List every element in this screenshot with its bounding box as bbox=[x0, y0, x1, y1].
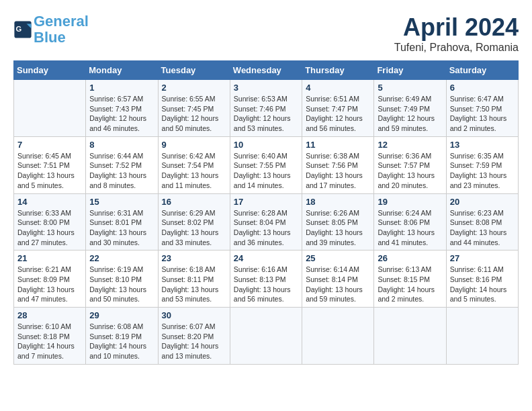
calendar-cell: 21Sunrise: 6:21 AMSunset: 8:09 PMDayligh… bbox=[14, 250, 86, 308]
calendar-cell: 15Sunrise: 6:31 AMSunset: 8:01 PMDayligh… bbox=[86, 193, 158, 250]
day-info: Sunrise: 6:26 AMSunset: 8:05 PMDaylight:… bbox=[306, 208, 370, 248]
calendar-cell bbox=[302, 308, 374, 365]
weekday-header-tuesday: Tuesday bbox=[158, 61, 230, 80]
day-number: 9 bbox=[162, 140, 226, 150]
day-number: 2 bbox=[162, 83, 226, 93]
day-number: 7 bbox=[17, 140, 82, 150]
calendar-cell: 11Sunrise: 6:38 AMSunset: 7:56 PMDayligh… bbox=[302, 136, 374, 193]
day-number: 25 bbox=[306, 253, 370, 263]
calendar-cell: 9Sunrise: 6:42 AMSunset: 7:54 PMDaylight… bbox=[158, 136, 230, 193]
day-info: Sunrise: 6:51 AMSunset: 7:47 PMDaylight:… bbox=[306, 94, 370, 134]
day-number: 10 bbox=[234, 140, 298, 150]
weekday-header-wednesday: Wednesday bbox=[230, 61, 302, 80]
calendar-cell: 13Sunrise: 6:35 AMSunset: 7:59 PMDayligh… bbox=[446, 136, 518, 193]
day-info: Sunrise: 6:31 AMSunset: 8:01 PMDaylight:… bbox=[89, 208, 154, 248]
logo-icon: G bbox=[13, 20, 32, 39]
calendar-week-2: 7Sunrise: 6:45 AMSunset: 7:51 PMDaylight… bbox=[14, 136, 519, 193]
day-number: 19 bbox=[378, 197, 442, 207]
calendar-week-1: 1Sunrise: 6:57 AMSunset: 7:43 PMDaylight… bbox=[14, 80, 519, 137]
day-number: 28 bbox=[17, 310, 82, 320]
calendar-header: SundayMondayTuesdayWednesdayThursdayFrid… bbox=[14, 61, 519, 80]
location-subtitle: Tufeni, Prahova, Romania bbox=[394, 42, 519, 54]
calendar-cell: 24Sunrise: 6:16 AMSunset: 8:13 PMDayligh… bbox=[230, 250, 302, 308]
day-info: Sunrise: 6:11 AMSunset: 8:16 PMDaylight:… bbox=[450, 265, 515, 304]
calendar-week-3: 14Sunrise: 6:33 AMSunset: 8:00 PMDayligh… bbox=[14, 193, 519, 250]
day-info: Sunrise: 6:08 AMSunset: 8:19 PMDaylight:… bbox=[89, 322, 154, 361]
day-number: 14 bbox=[17, 197, 82, 207]
day-info: Sunrise: 6:38 AMSunset: 7:56 PMDaylight:… bbox=[306, 151, 370, 191]
calendar-cell: 16Sunrise: 6:29 AMSunset: 8:02 PMDayligh… bbox=[158, 193, 230, 250]
calendar-cell: 2Sunrise: 6:55 AMSunset: 7:45 PMDaylight… bbox=[158, 80, 230, 137]
calendar-week-5: 28Sunrise: 6:10 AMSunset: 8:18 PMDayligh… bbox=[14, 308, 519, 365]
calendar-cell: 4Sunrise: 6:51 AMSunset: 7:47 PMDaylight… bbox=[302, 80, 374, 137]
calendar-cell: 26Sunrise: 6:13 AMSunset: 8:15 PMDayligh… bbox=[374, 250, 446, 308]
day-info: Sunrise: 6:24 AMSunset: 8:06 PMDaylight:… bbox=[378, 208, 442, 248]
day-number: 3 bbox=[234, 83, 298, 93]
day-info: Sunrise: 6:19 AMSunset: 8:10 PMDaylight:… bbox=[89, 265, 154, 304]
calendar-cell bbox=[230, 308, 302, 365]
calendar-cell: 3Sunrise: 6:53 AMSunset: 7:46 PMDaylight… bbox=[230, 80, 302, 137]
calendar-cell: 23Sunrise: 6:18 AMSunset: 8:11 PMDayligh… bbox=[158, 250, 230, 308]
day-number: 18 bbox=[306, 197, 370, 207]
day-number: 5 bbox=[378, 83, 442, 93]
day-number: 20 bbox=[450, 197, 515, 207]
day-info: Sunrise: 6:21 AMSunset: 8:09 PMDaylight:… bbox=[17, 265, 82, 304]
weekday-header-saturday: Saturday bbox=[446, 61, 518, 80]
calendar-cell: 30Sunrise: 6:07 AMSunset: 8:20 PMDayligh… bbox=[158, 308, 230, 365]
day-info: Sunrise: 6:29 AMSunset: 8:02 PMDaylight:… bbox=[162, 208, 226, 248]
calendar-cell: 27Sunrise: 6:11 AMSunset: 8:16 PMDayligh… bbox=[446, 250, 518, 308]
calendar-cell: 19Sunrise: 6:24 AMSunset: 8:06 PMDayligh… bbox=[374, 193, 446, 250]
day-number: 13 bbox=[450, 140, 515, 150]
calendar-cell: 25Sunrise: 6:14 AMSunset: 8:14 PMDayligh… bbox=[302, 250, 374, 308]
day-info: Sunrise: 6:44 AMSunset: 7:52 PMDaylight:… bbox=[89, 151, 154, 191]
logo: G GeneralBlue bbox=[13, 13, 89, 46]
day-info: Sunrise: 6:10 AMSunset: 8:18 PMDaylight:… bbox=[17, 322, 82, 361]
day-number: 12 bbox=[378, 140, 442, 150]
day-number: 24 bbox=[234, 253, 298, 263]
day-info: Sunrise: 6:36 AMSunset: 7:57 PMDaylight:… bbox=[378, 151, 442, 191]
calendar-cell: 20Sunrise: 6:23 AMSunset: 8:08 PMDayligh… bbox=[446, 193, 518, 250]
calendar-cell: 14Sunrise: 6:33 AMSunset: 8:00 PMDayligh… bbox=[14, 193, 86, 250]
calendar-cell: 17Sunrise: 6:28 AMSunset: 8:04 PMDayligh… bbox=[230, 193, 302, 250]
calendar-cell: 18Sunrise: 6:26 AMSunset: 8:05 PMDayligh… bbox=[302, 193, 374, 250]
day-number: 16 bbox=[162, 197, 226, 207]
day-number: 23 bbox=[162, 253, 226, 263]
day-number: 1 bbox=[89, 83, 154, 93]
day-info: Sunrise: 6:33 AMSunset: 8:00 PMDaylight:… bbox=[17, 208, 82, 248]
day-number: 8 bbox=[89, 140, 154, 150]
day-number: 11 bbox=[306, 140, 370, 150]
svg-text:G: G bbox=[16, 25, 22, 33]
calendar-cell: 10Sunrise: 6:40 AMSunset: 7:55 PMDayligh… bbox=[230, 136, 302, 193]
month-title: April 2024 bbox=[394, 13, 519, 42]
calendar-table: SundayMondayTuesdayWednesdayThursdayFrid… bbox=[13, 60, 519, 365]
day-info: Sunrise: 6:55 AMSunset: 7:45 PMDaylight:… bbox=[162, 94, 226, 134]
day-number: 29 bbox=[89, 310, 154, 320]
calendar-cell: 6Sunrise: 6:47 AMSunset: 7:50 PMDaylight… bbox=[446, 80, 518, 137]
day-info: Sunrise: 6:47 AMSunset: 7:50 PMDaylight:… bbox=[450, 94, 515, 134]
calendar-cell: 22Sunrise: 6:19 AMSunset: 8:10 PMDayligh… bbox=[86, 250, 158, 308]
day-info: Sunrise: 6:53 AMSunset: 7:46 PMDaylight:… bbox=[234, 94, 298, 134]
logo-text: GeneralBlue bbox=[34, 13, 89, 46]
calendar-cell: 12Sunrise: 6:36 AMSunset: 7:57 PMDayligh… bbox=[374, 136, 446, 193]
day-info: Sunrise: 6:28 AMSunset: 8:04 PMDaylight:… bbox=[234, 208, 298, 248]
calendar-cell bbox=[14, 80, 86, 137]
day-info: Sunrise: 6:18 AMSunset: 8:11 PMDaylight:… bbox=[162, 265, 226, 304]
weekday-header-thursday: Thursday bbox=[302, 61, 374, 80]
calendar-cell: 8Sunrise: 6:44 AMSunset: 7:52 PMDaylight… bbox=[86, 136, 158, 193]
day-info: Sunrise: 6:23 AMSunset: 8:08 PMDaylight:… bbox=[450, 208, 515, 248]
day-info: Sunrise: 6:45 AMSunset: 7:51 PMDaylight:… bbox=[17, 151, 82, 191]
day-number: 6 bbox=[450, 83, 515, 93]
day-number: 26 bbox=[378, 253, 442, 263]
calendar-cell bbox=[446, 308, 518, 365]
day-info: Sunrise: 6:40 AMSunset: 7:55 PMDaylight:… bbox=[234, 151, 298, 191]
day-number: 4 bbox=[306, 83, 370, 93]
day-info: Sunrise: 6:42 AMSunset: 7:54 PMDaylight:… bbox=[162, 151, 226, 191]
calendar-week-4: 21Sunrise: 6:21 AMSunset: 8:09 PMDayligh… bbox=[14, 250, 519, 308]
day-info: Sunrise: 6:14 AMSunset: 8:14 PMDaylight:… bbox=[306, 265, 370, 304]
weekday-header-monday: Monday bbox=[86, 61, 158, 80]
calendar-cell: 7Sunrise: 6:45 AMSunset: 7:51 PMDaylight… bbox=[14, 136, 86, 193]
day-number: 27 bbox=[450, 253, 515, 263]
day-number: 17 bbox=[234, 197, 298, 207]
day-info: Sunrise: 6:16 AMSunset: 8:13 PMDaylight:… bbox=[234, 265, 298, 304]
day-info: Sunrise: 6:13 AMSunset: 8:15 PMDaylight:… bbox=[378, 265, 442, 304]
